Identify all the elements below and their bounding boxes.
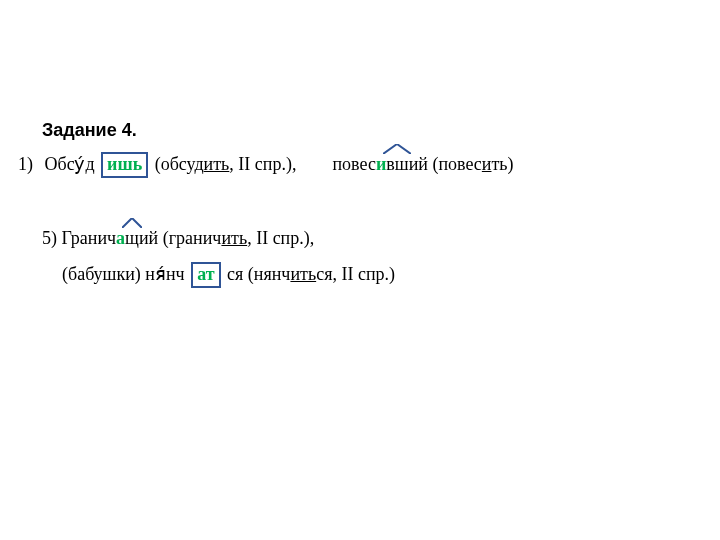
gap: [301, 154, 328, 174]
word-5a-post: ий (гранич: [139, 228, 221, 248]
paren-1a-underline: ить: [204, 154, 230, 174]
exercise-title: Задание 4.: [42, 120, 137, 141]
caret-icon: [122, 218, 142, 228]
word-1a-stem: Обсу́д: [45, 154, 95, 174]
word-5b-pre: (бабушки) ня́нч: [62, 264, 185, 284]
item-number-1: 1): [18, 154, 40, 175]
line-1: 1) Обсу́д ишь (обсудить, II спр.), повес…: [18, 152, 514, 178]
word-1b-post: ий (повес: [409, 154, 482, 174]
paren-5a-underline: ить: [221, 228, 247, 248]
paren-1a-post: , II спр.),: [229, 154, 296, 174]
caret-icon: [383, 144, 411, 154]
ending-box: ишь: [101, 152, 148, 178]
word-5a-stem: Гранич: [62, 228, 117, 248]
word-5b-post: ся (нянч: [227, 264, 290, 284]
suffix-1b-text: вш: [386, 154, 408, 174]
suffix-5a-text: щ: [125, 228, 139, 248]
exercise-page: Задание 4. 1) Обсу́д ишь (обсудить, II с…: [0, 0, 720, 120]
word-1b-end: ть): [491, 154, 513, 174]
word-1b-stem: повес: [332, 154, 375, 174]
paren-1a-pre: (обсуд: [155, 154, 204, 174]
ending-box: ат: [191, 262, 220, 288]
word-5b-end: ся, II спр.): [316, 264, 395, 284]
line-5b: (бабушки) ня́нч ат ся (нянчиться, II спр…: [62, 262, 395, 288]
inserted-ending-1a: ишь: [107, 154, 142, 174]
item-number-5: 5): [42, 228, 57, 248]
word-5a-end: , II спр.),: [247, 228, 314, 248]
inserted-ending-5b: ат: [197, 264, 214, 284]
inserted-letter-5a: а: [116, 228, 125, 248]
paren-5b-underline: ить: [290, 264, 316, 284]
suffix-1b: вш: [386, 154, 408, 175]
inserted-letter-1b: и: [376, 154, 386, 174]
line-5: 5) Гранича щий (граничить, II спр.),: [42, 228, 314, 249]
suffix-5a: щ: [125, 228, 139, 249]
